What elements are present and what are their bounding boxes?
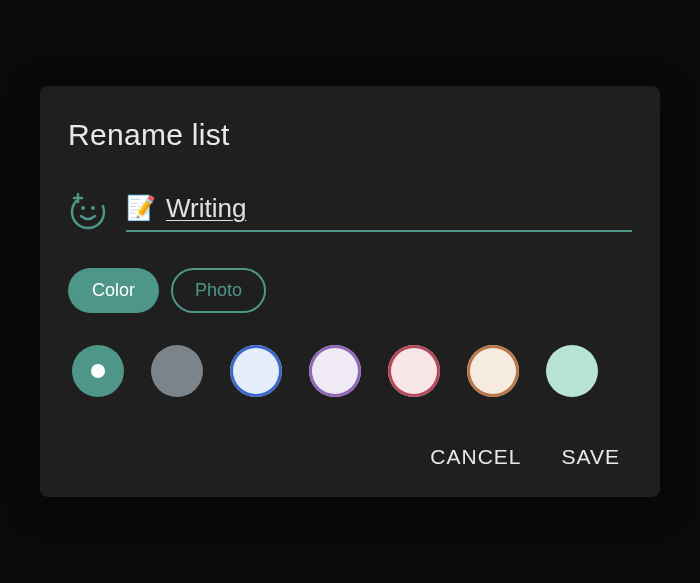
color-swatch-teal[interactable] (72, 345, 124, 397)
color-swatch-blue[interactable] (230, 345, 282, 397)
cancel-button[interactable]: CANCEL (426, 437, 525, 477)
color-swatch-orange[interactable] (467, 345, 519, 397)
action-row: CANCEL SAVE (68, 437, 632, 477)
color-row (68, 345, 632, 397)
dialog-title: Rename list (68, 118, 632, 152)
color-swatch-mint[interactable] (546, 345, 598, 397)
input-row: 📝 (68, 192, 632, 232)
color-swatch-gray[interactable] (151, 345, 203, 397)
tab-photo[interactable]: Photo (171, 268, 266, 313)
tab-row: Color Photo (68, 268, 632, 313)
save-button[interactable]: SAVE (558, 437, 624, 477)
tab-color[interactable]: Color (68, 268, 159, 313)
list-emoji: 📝 (126, 194, 156, 222)
color-swatch-pink[interactable] (388, 345, 440, 397)
add-emoji-icon (68, 192, 108, 232)
name-input-field[interactable]: 📝 (126, 193, 632, 232)
svg-point-1 (81, 206, 85, 210)
svg-point-2 (91, 206, 95, 210)
color-swatch-purple[interactable] (309, 345, 361, 397)
list-name-input[interactable] (166, 193, 632, 224)
add-emoji-button[interactable] (68, 192, 108, 232)
rename-list-dialog: Rename list 📝 Color Photo CANCEL SAVE (40, 86, 660, 497)
